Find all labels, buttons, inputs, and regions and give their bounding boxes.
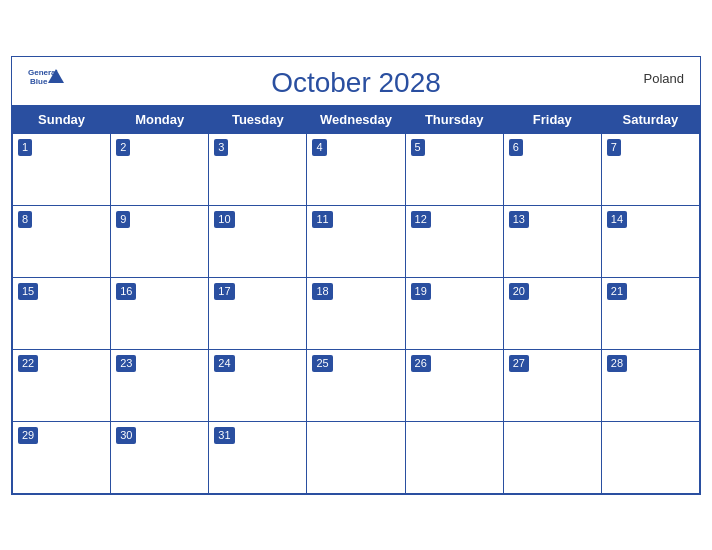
day-number: 19	[411, 283, 431, 300]
calendar-header: General Blue October 2028 Poland	[12, 57, 700, 105]
calendar-week-row: 293031	[13, 421, 700, 493]
day-number: 22	[18, 355, 38, 372]
logo-icon: General Blue	[28, 65, 64, 95]
calendar-cell: 2	[111, 133, 209, 205]
day-number: 8	[18, 211, 32, 228]
calendar-cell: 28	[601, 349, 699, 421]
day-number: 15	[18, 283, 38, 300]
day-number: 30	[116, 427, 136, 444]
day-number: 9	[116, 211, 130, 228]
calendar-cell: 25	[307, 349, 405, 421]
day-number: 16	[116, 283, 136, 300]
calendar-cell: 31	[209, 421, 307, 493]
header-tuesday: Tuesday	[209, 105, 307, 133]
calendar-cell: 15	[13, 277, 111, 349]
header-sunday: Sunday	[13, 105, 111, 133]
calendar-cell: 6	[503, 133, 601, 205]
day-number: 2	[116, 139, 130, 156]
day-number: 20	[509, 283, 529, 300]
day-number: 14	[607, 211, 627, 228]
header-thursday: Thursday	[405, 105, 503, 133]
day-number: 28	[607, 355, 627, 372]
calendar-cell: 18	[307, 277, 405, 349]
calendar-container: General Blue October 2028 Poland Sunday …	[11, 56, 701, 495]
calendar-cell: 19	[405, 277, 503, 349]
day-number: 7	[607, 139, 621, 156]
day-number: 17	[214, 283, 234, 300]
calendar-cell: 8	[13, 205, 111, 277]
calendar-body: 1234567891011121314151617181920212223242…	[13, 133, 700, 493]
logo-area: General Blue	[28, 65, 64, 95]
day-number: 3	[214, 139, 228, 156]
calendar-cell: 24	[209, 349, 307, 421]
calendar-cell: 20	[503, 277, 601, 349]
logo-blue-text: Blue	[30, 77, 48, 86]
day-number: 4	[312, 139, 326, 156]
day-number: 26	[411, 355, 431, 372]
header-wednesday: Wednesday	[307, 105, 405, 133]
calendar-week-row: 1234567	[13, 133, 700, 205]
day-number: 6	[509, 139, 523, 156]
day-number: 31	[214, 427, 234, 444]
day-number: 12	[411, 211, 431, 228]
calendar-cell: 11	[307, 205, 405, 277]
day-number: 10	[214, 211, 234, 228]
calendar-cell: 21	[601, 277, 699, 349]
calendar-cell: 27	[503, 349, 601, 421]
calendar-cell: 30	[111, 421, 209, 493]
day-number: 29	[18, 427, 38, 444]
calendar-cell: 10	[209, 205, 307, 277]
day-number: 21	[607, 283, 627, 300]
day-number: 27	[509, 355, 529, 372]
calendar-cell: 9	[111, 205, 209, 277]
header-friday: Friday	[503, 105, 601, 133]
calendar-thead: Sunday Monday Tuesday Wednesday Thursday…	[13, 105, 700, 133]
calendar-cell: 26	[405, 349, 503, 421]
header-monday: Monday	[111, 105, 209, 133]
calendar-cell: 16	[111, 277, 209, 349]
calendar-cell: 5	[405, 133, 503, 205]
calendar-cell: 3	[209, 133, 307, 205]
calendar-cell: 13	[503, 205, 601, 277]
calendar-cell: 1	[13, 133, 111, 205]
day-number: 13	[509, 211, 529, 228]
calendar-week-row: 15161718192021	[13, 277, 700, 349]
calendar-week-row: 891011121314	[13, 205, 700, 277]
day-number: 5	[411, 139, 425, 156]
country-label: Poland	[644, 71, 684, 86]
calendar-cell: 29	[13, 421, 111, 493]
calendar-cell: 23	[111, 349, 209, 421]
day-number: 24	[214, 355, 234, 372]
calendar-cell: 17	[209, 277, 307, 349]
day-number: 11	[312, 211, 332, 228]
header-saturday: Saturday	[601, 105, 699, 133]
calendar-cell: 14	[601, 205, 699, 277]
day-number: 25	[312, 355, 332, 372]
calendar-cell	[503, 421, 601, 493]
calendar-cell	[601, 421, 699, 493]
days-header-row: Sunday Monday Tuesday Wednesday Thursday…	[13, 105, 700, 133]
calendar-cell: 7	[601, 133, 699, 205]
calendar-cell	[405, 421, 503, 493]
calendar-table: Sunday Monday Tuesday Wednesday Thursday…	[12, 105, 700, 494]
calendar-cell: 12	[405, 205, 503, 277]
day-number: 18	[312, 283, 332, 300]
calendar-cell: 22	[13, 349, 111, 421]
calendar-week-row: 22232425262728	[13, 349, 700, 421]
day-number: 1	[18, 139, 32, 156]
calendar-cell: 4	[307, 133, 405, 205]
calendar-cell	[307, 421, 405, 493]
month-title: October 2028	[271, 67, 441, 99]
day-number: 23	[116, 355, 136, 372]
